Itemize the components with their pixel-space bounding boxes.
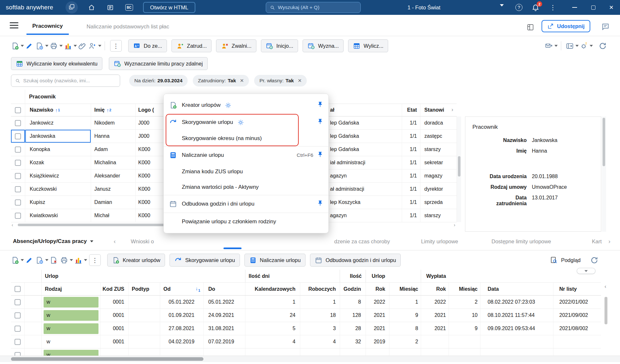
zwalnianie-button[interactable]: Zwalni... [216,39,256,52]
row-checkbox[interactable] [15,326,21,332]
collapse-columns-icon[interactable]: ‹ [604,283,606,290]
pin-icon[interactable] [317,151,323,159]
tabs-scroll-left-icon[interactable]: ‹ [114,232,116,250]
tab-wnioski[interactable]: Wnioski o [131,232,154,250]
column-header-roboczych[interactable]: Roboczych [300,283,340,295]
menu-item-skorygowanie-urlopu[interactable]: Skorygowanie urlopu [164,114,328,131]
help-button[interactable]: ? [515,4,522,11]
scrollbar-thumb[interactable] [11,357,203,361]
section-selector-absencje[interactable]: Absencje/Urlopy/Czas pracy [13,232,93,250]
mail-forward-button[interactable] [543,40,554,51]
filter-chip-zatrudniony[interactable]: Zatrudniony:Tak ✕ [193,75,249,86]
naliczanie-urlopu-button[interactable]: Naliczanie urlopu [244,254,306,267]
scrollbar-thumb[interactable] [18,224,166,226]
person-search-input[interactable] [23,78,116,84]
row-checkbox[interactable] [15,339,21,345]
refresh-button[interactable] [597,40,608,51]
company-selector-label[interactable]: 1 - Foto Świat [408,0,440,15]
collapse-panel-button[interactable] [577,268,595,274]
workspace-button[interactable] [66,1,78,14]
chevron-down-icon[interactable] [45,45,48,47]
menu-item-zmiana-wartosci-pola[interactable]: Zmiana wartości pola - Aktywny [164,179,328,195]
filter-chip-na-dzien[interactable]: Na dzień:29.03.2024 [129,75,188,86]
column-header-oddzial[interactable]: ał [329,104,402,116]
column-header-imie[interactable]: Imię↑2 [91,104,136,116]
table-row[interactable]: w 0001 04.02.2019 07.02.2019 4 4 32 2019… [11,335,601,349]
column-header-kod-zus[interactable]: Kod ZUS [101,283,129,295]
home-button[interactable] [87,3,97,12]
edit-button[interactable] [24,40,34,51]
row-checkbox[interactable] [15,199,21,206]
person-search[interactable] [11,75,120,87]
tab-limity-urlopowe[interactable]: Limity urlopowe [421,232,458,250]
close-button[interactable]: ✕ [606,0,617,15]
more-actions-button[interactable]: ⋮ [110,40,122,52]
scrollbar-thumb[interactable] [458,156,460,177]
tab-naliczanie-list-plac[interactable]: Naliczanie podstawowych list płac [87,19,169,35]
wyznaczanie-button[interactable]: Wyzna... [303,39,344,52]
chevron-down-icon[interactable] [590,45,593,47]
remove-filter-icon[interactable]: ✕ [240,78,244,84]
tab-kartoteka[interactable]: Kart [592,232,602,250]
row-checkbox[interactable] [15,147,21,153]
new-record-button[interactable] [10,255,20,266]
more-actions-button[interactable]: ⋮ [89,254,101,266]
row-checkbox[interactable] [15,312,21,318]
analysis-button[interactable] [73,255,83,266]
print-button[interactable] [59,255,69,266]
select-all-checkbox[interactable] [15,107,21,113]
chevron-down-icon[interactable] [98,45,101,47]
chevron-down-icon[interactable] [84,259,87,261]
share-button[interactable]: Udostępnij [542,20,590,32]
column-header-od[interactable]: Od↓1 [160,283,204,295]
chevron-down-icon[interactable] [21,259,24,261]
column-header-etat[interactable]: Etat [402,104,420,116]
detail-panel-scrollbar[interactable] [602,116,606,232]
notifications-button[interactable]: 2 [532,3,540,12]
layout-panels-button[interactable] [526,23,534,33]
global-search-input[interactable] [278,5,356,10]
row-checkbox[interactable] [15,120,21,126]
refresh-button[interactable] [589,255,599,266]
chevron-down-icon[interactable] [554,45,558,47]
minimize-button[interactable] [569,0,580,15]
news-button[interactable] [106,3,115,12]
menu-item-odbudowa-godzin[interactable]: Odbudowa godzin i dni urlopu [164,195,328,213]
tabs-scroll-right-icon[interactable]: › [608,232,610,250]
table-row[interactable]: w [11,349,601,356]
maximize-button[interactable] [588,0,599,15]
absence-table-vscrollbar[interactable] [604,297,607,324]
pin-icon[interactable] [317,101,323,109]
do-zespolu-button[interactable]: Do ze... [128,39,167,52]
row-checkbox[interactable] [15,213,21,219]
row-checkbox[interactable] [15,133,21,139]
main-menu-button[interactable] [10,22,18,28]
tab-dostepne-limity[interactable]: Dostępne limity urlopowe [491,232,551,250]
attachments-button[interactable] [77,40,87,51]
chevron-down-icon[interactable] [575,45,579,47]
column-header-godzin[interactable]: Godzin [340,283,366,295]
row-checkbox[interactable] [15,186,21,192]
menu-item-zmiana-kodu-zus[interactable]: Zmiana kodu ZUS urlopu [164,164,328,179]
scrollbar-thumb[interactable] [603,118,605,166]
wyliczanie-button[interactable]: Wylicz... [348,39,388,52]
absence-table-hscrollbar[interactable] [0,356,620,362]
pin-icon[interactable] [317,118,323,126]
bc-module-button[interactable]: BC [124,3,134,12]
column-header-rodzaj[interactable]: Rodzaj [42,283,101,295]
wyznaczanie-limitu-button[interactable]: Wyznaczanie limitu pracy zdalnej [109,57,208,70]
table-row[interactable]: w 0001 27.08.2021 31.08.2021 5 3 28 2021… [11,322,601,335]
table-row[interactable]: w 0001 05.01.2022 05.01.2022 1 1 8 2022 … [11,296,601,309]
open-in-html-button[interactable]: Otwórz w HTML [143,2,195,13]
menu-item-naliczanie-urlopu[interactable]: Naliczanie urlopu Ctrl+F6 [164,147,328,164]
row-checkbox[interactable] [15,173,21,179]
column-header-rok[interactable]: Rok [366,283,389,295]
menu-item-kreator-urlopow[interactable]: Kreator urlopów [164,96,328,114]
new-record-button[interactable] [10,40,20,51]
document-options-button[interactable] [34,40,45,51]
delete-button[interactable] [48,255,59,266]
chat-button[interactable] [601,23,610,32]
table-row[interactable]: w 0001 01.09.2021 24.09.2021 24 18 128 2… [11,309,601,322]
employee-table-vscrollbar[interactable] [457,116,461,222]
more-options-button[interactable]: ⋮ [550,0,556,15]
